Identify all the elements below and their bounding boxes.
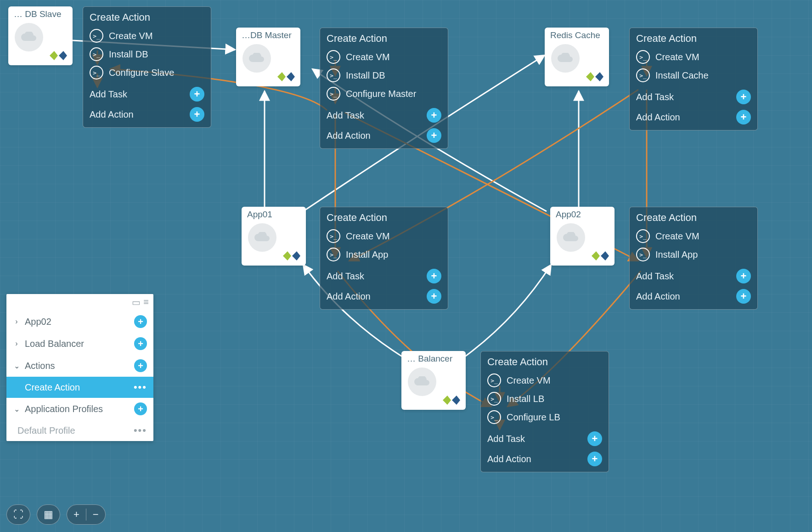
add-action-button[interactable]: + — [736, 110, 751, 125]
sidebar-item-app02[interactable]: ›App02 + — [6, 311, 153, 333]
node-title: App02 — [554, 209, 611, 220]
list-view-icon[interactable]: ≡ — [143, 297, 149, 308]
task-label: Install DB — [346, 70, 385, 81]
nutanix-logo-icon — [591, 248, 610, 264]
panel-title: Create Action — [636, 33, 751, 45]
sidebar-section-label: Application Profiles — [25, 404, 103, 414]
grid-icon: ▦ — [44, 509, 53, 521]
task-label: Configure LB — [507, 412, 560, 423]
terminal-icon: >_ — [327, 248, 340, 261]
task-row[interactable]: >_Configure Slave — [90, 66, 204, 79]
node-db-slave[interactable]: … DB Slave — [8, 6, 73, 65]
terminal-icon: >_ — [636, 68, 650, 82]
task-row[interactable]: >_Install LB — [487, 392, 602, 406]
sidebar-item-default-profile[interactable]: Default Profile ••• — [6, 420, 153, 441]
task-row[interactable]: >_Install App — [636, 248, 751, 261]
sidebar-add-button[interactable]: + — [134, 402, 147, 415]
sidebar-section-application-profiles[interactable]: ⌄Application Profiles + — [6, 398, 153, 420]
task-row[interactable]: >_Create VM — [327, 229, 441, 243]
panel-load-balancer[interactable]: Create Action >_Create VM >_Install LB >… — [480, 351, 609, 472]
grid-toggle-button[interactable]: ▦ — [37, 504, 60, 525]
sidebar-add-button[interactable]: + — [134, 315, 147, 328]
add-action-button[interactable]: + — [587, 452, 602, 466]
task-row[interactable]: >_Configure Master — [327, 87, 441, 101]
nutanix-logo-icon — [49, 48, 68, 63]
sidebar-panel[interactable]: ▭ ≡ ›App02 + ›Load Balancer + ⌄Actions +… — [6, 294, 153, 441]
add-task-label: Add Task — [327, 271, 364, 282]
panel-db-slave[interactable]: Create Action >_Create VM >_Install DB >… — [83, 6, 211, 128]
task-label: Install Cache — [655, 70, 709, 81]
layout-toggle-icon[interactable]: ▭ — [132, 297, 141, 308]
terminal-icon: >_ — [327, 87, 340, 101]
terminal-icon: >_ — [636, 50, 650, 64]
add-task-label: Add Task — [487, 434, 525, 444]
cloud-icon — [408, 368, 436, 396]
terminal-icon: >_ — [487, 410, 501, 424]
add-task-button[interactable]: + — [587, 431, 602, 446]
task-row[interactable]: >_Create VM — [90, 29, 204, 43]
panel-redis[interactable]: Create Action >_Create VM >_Install Cach… — [629, 28, 758, 130]
add-task-button[interactable]: + — [427, 269, 441, 283]
add-action-label: Add Action — [327, 130, 371, 141]
node-redis[interactable]: Redis Cache — [545, 28, 609, 86]
node-db-master[interactable]: …DB Master — [236, 28, 300, 86]
chevron-right-icon: › — [13, 340, 20, 348]
terminal-icon: >_ — [636, 248, 650, 261]
add-task-button[interactable]: + — [190, 87, 204, 102]
add-action-button[interactable]: + — [190, 107, 204, 122]
sidebar-add-button[interactable]: + — [134, 359, 147, 372]
sidebar-item-create-action[interactable]: Create Action ••• — [6, 377, 153, 398]
nutanix-logo-icon — [282, 248, 301, 264]
sidebar-section-actions[interactable]: ⌄Actions + — [6, 355, 153, 377]
more-options-button[interactable]: ••• — [134, 381, 147, 393]
task-row[interactable]: >_Install App — [327, 248, 441, 261]
add-task-button[interactable]: + — [736, 90, 751, 104]
task-label: Create VM — [109, 31, 153, 41]
more-options-button[interactable]: ••• — [134, 424, 147, 436]
node-load-balancer[interactable]: … Balancer — [401, 351, 466, 410]
task-row[interactable]: >_Install DB — [327, 68, 441, 82]
cloud-icon — [248, 223, 276, 252]
panel-app02[interactable]: Create Action >_Create VM >_Install App … — [629, 207, 758, 310]
terminal-icon: >_ — [90, 29, 103, 43]
add-action-button[interactable]: + — [427, 128, 441, 143]
add-task-label: Add Task — [327, 110, 364, 121]
task-label: Create VM — [346, 231, 390, 242]
terminal-icon: >_ — [487, 374, 501, 387]
task-row[interactable]: >_Install DB — [90, 47, 204, 61]
task-row[interactable]: >_Install Cache — [636, 68, 751, 82]
terminal-icon: >_ — [487, 392, 501, 406]
separator — [86, 509, 86, 521]
add-action-button[interactable]: + — [736, 289, 751, 304]
zoom-in-button[interactable]: + — [73, 509, 79, 521]
task-label: Create VM — [507, 375, 551, 386]
task-label: Install App — [655, 249, 698, 260]
task-row[interactable]: >_Create VM — [636, 50, 751, 64]
task-row[interactable]: >_Create VM — [327, 50, 441, 64]
terminal-icon: >_ — [327, 50, 340, 64]
panel-db-master[interactable]: Create Action >_Create VM >_Install DB >… — [320, 28, 448, 149]
cloud-icon — [15, 23, 43, 51]
node-title: Redis Cache — [548, 30, 605, 40]
node-app02[interactable]: App02 — [550, 207, 615, 266]
panel-title: Create Action — [327, 212, 441, 224]
task-row[interactable]: >_Create VM — [487, 374, 602, 387]
task-row[interactable]: >_Create VM — [636, 229, 751, 243]
sidebar-item-load-balancer[interactable]: ›Load Balancer + — [6, 333, 153, 355]
fullscreen-button[interactable]: ⛶ — [6, 504, 30, 525]
task-row[interactable]: >_Configure LB — [487, 410, 602, 424]
add-action-label: Add Action — [90, 109, 134, 120]
add-task-button[interactable]: + — [736, 269, 751, 283]
task-label: Create VM — [655, 52, 699, 62]
add-action-label: Add Action — [636, 112, 680, 123]
task-label: Install LB — [507, 394, 544, 404]
sidebar-add-button[interactable]: + — [134, 337, 147, 350]
chevron-down-icon: ⌄ — [13, 405, 20, 413]
sidebar-item-label: Create Action — [25, 382, 80, 393]
add-action-button[interactable]: + — [427, 289, 441, 304]
zoom-out-button[interactable]: − — [93, 509, 99, 521]
add-task-button[interactable]: + — [427, 108, 441, 123]
panel-app01[interactable]: Create Action >_Create VM >_Install App … — [320, 207, 448, 310]
node-app01[interactable]: App01 — [242, 207, 306, 266]
add-task-label: Add Task — [90, 89, 127, 100]
